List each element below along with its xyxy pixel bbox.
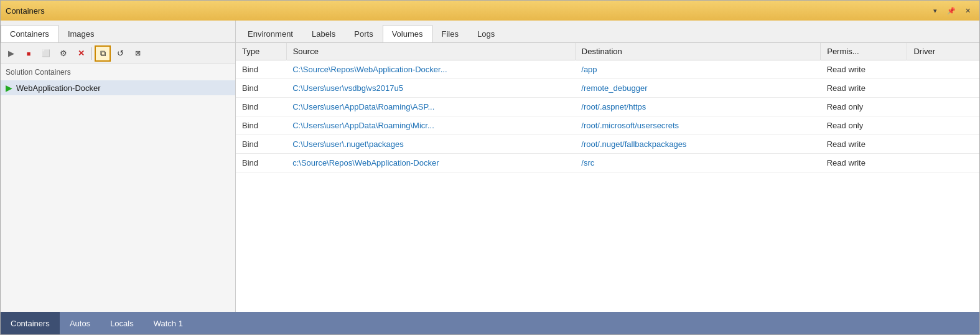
toolbar-separator: [91, 47, 92, 60]
cell-permissions: Read only: [821, 98, 907, 116]
tab-labels[interactable]: Labels: [302, 25, 345, 42]
cell-source[interactable]: c:\Source\Repos\WebApplication-Docker: [286, 154, 575, 172]
container-item[interactable]: ▶ WebApplication-Docker: [1, 80, 235, 95]
table-header-row: Type Source Destination Permis... Driver: [236, 43, 979, 60]
prune-button[interactable]: ⊠: [129, 45, 146, 62]
cell-type: Bind: [236, 154, 286, 172]
cell-driver: [907, 60, 979, 79]
tab-files[interactable]: Files: [432, 25, 468, 42]
cell-source[interactable]: C:\Users\user\vsdbg\vs2017u5: [286, 79, 575, 98]
tab-volumes[interactable]: Volumes: [383, 25, 432, 42]
cell-destination: /remote_debugger: [575, 79, 820, 98]
cell-destination: /root/.aspnet/https: [575, 98, 820, 116]
table-row: BindC:\Users\user\AppData\Roaming\ASP...…: [236, 98, 979, 116]
cell-source[interactable]: C:\Users\user\.nuget\packages: [286, 135, 575, 154]
title-bar: Containers ▾ 📌 ✕: [1, 1, 979, 21]
col-header-permissions: Permis...: [821, 43, 907, 60]
col-header-source: Source: [286, 43, 575, 60]
detail-tabs-row: Environment Labels Ports Volumes Files L…: [236, 21, 979, 43]
col-header-destination: Destination: [575, 43, 820, 60]
table-row: BindC:\Users\user\.nuget\packages/root/.…: [236, 135, 979, 154]
cell-driver: [907, 135, 979, 154]
cell-destination: /src: [575, 154, 820, 172]
tab-logs[interactable]: Logs: [468, 25, 504, 42]
bottom-tab-containers[interactable]: Containers: [1, 312, 60, 334]
window-title: Containers: [6, 6, 45, 16]
refresh-button[interactable]: ↺: [112, 45, 128, 62]
tab-environment[interactable]: Environment: [238, 25, 302, 42]
cell-driver: [907, 79, 979, 98]
col-header-driver: Driver: [907, 43, 979, 60]
right-panel: Environment Labels Ports Volumes Files L…: [236, 21, 979, 312]
title-bar-controls: ▾ 📌 ✕: [928, 4, 974, 17]
cell-driver: [907, 154, 979, 172]
cell-type: Bind: [236, 135, 286, 154]
left-toolbar: ▶ ■ ⬜ ⚙ ✕ ⧉ ↺ ⊠: [1, 43, 235, 64]
cell-permissions: Read write: [821, 79, 907, 98]
close-button[interactable]: ✕: [961, 4, 974, 17]
bottom-tab-locals[interactable]: Locals: [100, 312, 144, 334]
cell-permissions: Read only: [821, 116, 907, 135]
table-row: Bindc:\Source\Repos\WebApplication-Docke…: [236, 154, 979, 172]
table-body: BindC:\Source\Repos\WebApplication-Docke…: [236, 60, 979, 172]
title-bar-left: Containers: [6, 6, 45, 16]
bottom-tab-watch1[interactable]: Watch 1: [144, 312, 193, 334]
main-content: Containers Images ▶ ■ ⬜ ⚙ ✕ ⧉ ↺ ⊠ Soluti…: [1, 21, 979, 312]
terminal-button[interactable]: ⬜: [38, 45, 54, 62]
start-button[interactable]: ▶: [3, 45, 19, 62]
tab-containers[interactable]: Containers: [1, 25, 58, 42]
minimize-button[interactable]: ▾: [928, 4, 942, 17]
cell-destination: /root/.nuget/fallbackpackages: [575, 135, 820, 154]
cell-source[interactable]: C:\Users\user\AppData\Roaming\ASP...: [286, 98, 575, 116]
cell-source[interactable]: C:\Source\Repos\WebApplication-Docker...: [286, 60, 575, 79]
cell-permissions: Read write: [821, 60, 907, 79]
copy-button[interactable]: ⧉: [95, 45, 111, 62]
tab-ports[interactable]: Ports: [345, 25, 382, 42]
cell-type: Bind: [236, 116, 286, 135]
cell-type: Bind: [236, 79, 286, 98]
delete-button[interactable]: ✕: [73, 45, 89, 62]
cell-type: Bind: [236, 98, 286, 116]
left-tabs-row: Containers Images: [1, 21, 235, 43]
cell-type: Bind: [236, 60, 286, 79]
table-row: BindC:\Source\Repos\WebApplication-Docke…: [236, 60, 979, 79]
col-header-type: Type: [236, 43, 286, 60]
cell-destination: /root/.microsoft/usersecrets: [575, 116, 820, 135]
tab-images[interactable]: Images: [58, 25, 104, 42]
cell-driver: [907, 116, 979, 135]
solution-label: Solution Containers: [1, 64, 235, 80]
cell-source[interactable]: C:\Users\user\AppData\Roaming\Micr...: [286, 116, 575, 135]
table-row: BindC:\Users\user\vsdbg\vs2017u5/remote_…: [236, 79, 979, 98]
cell-permissions: Read write: [821, 154, 907, 172]
table-row: BindC:\Users\user\AppData\Roaming\Micr..…: [236, 116, 979, 135]
cell-destination: /app: [575, 60, 820, 79]
settings-button[interactable]: ⚙: [55, 45, 72, 62]
cell-permissions: Read write: [821, 135, 907, 154]
container-running-icon: ▶: [6, 83, 12, 93]
main-window: Containers ▾ 📌 ✕ Containers Images ▶ ■ ⬜…: [0, 0, 980, 335]
cell-driver: [907, 98, 979, 116]
volumes-table-container: Type Source Destination Permis... Driver…: [236, 43, 979, 312]
left-panel: Containers Images ▶ ■ ⬜ ⚙ ✕ ⧉ ↺ ⊠ Soluti…: [1, 21, 236, 312]
bottom-tab-autos[interactable]: Autos: [60, 312, 100, 334]
volumes-table: Type Source Destination Permis... Driver…: [236, 43, 979, 172]
pin-button[interactable]: 📌: [945, 4, 958, 17]
stop-button[interactable]: ■: [21, 45, 37, 62]
container-name-label: WebApplication-Docker: [16, 83, 101, 93]
bottom-bar: Containers Autos Locals Watch 1: [1, 312, 979, 334]
